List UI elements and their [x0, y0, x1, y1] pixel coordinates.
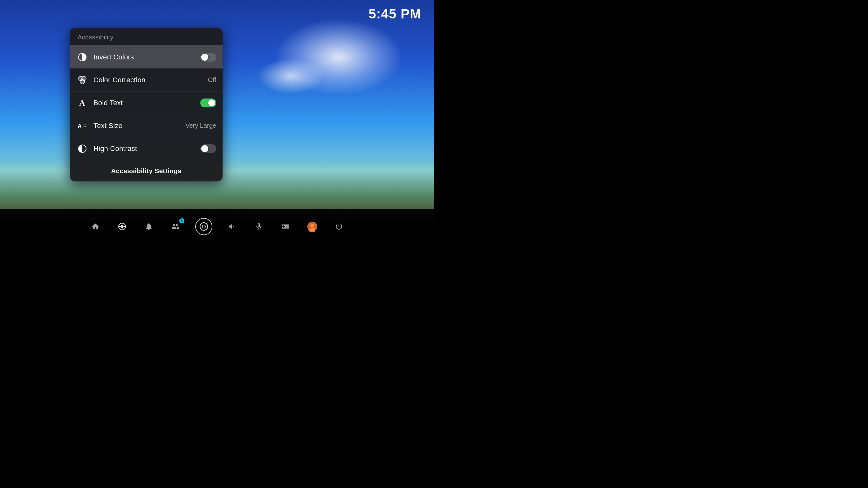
taskbar-friends[interactable]: 5: [168, 220, 183, 233]
accessibility-panel: Accessibility Invert Colors Color Correc…: [70, 28, 223, 182]
color-correction-value: Off: [208, 76, 216, 84]
panel-title: Accessibility: [70, 28, 223, 45]
clock: 5:45 PM: [369, 6, 421, 22]
bold-text-icon: A: [76, 97, 88, 109]
taskbar: 5: [0, 209, 434, 244]
high-contrast-toggle[interactable]: [200, 144, 216, 153]
svg-point-13: [121, 225, 123, 228]
taskbar-volume[interactable]: [225, 220, 239, 233]
high-contrast-item[interactable]: High Contrast: [70, 137, 223, 160]
bold-text-toggle[interactable]: [200, 98, 216, 107]
invert-colors-toggle[interactable]: [200, 53, 216, 62]
svg-point-19: [202, 225, 206, 228]
taskbar-avatar[interactable]: [305, 220, 319, 233]
color-correction-icon: [76, 74, 88, 86]
text-size-icon: A: [76, 120, 88, 132]
svg-text:A: A: [79, 98, 85, 108]
clouds: [243, 19, 402, 115]
invert-colors-label: Invert Colors: [93, 53, 200, 61]
text-size-value: Very Large: [185, 122, 216, 129]
accessibility-settings-item[interactable]: Accessibility Settings: [70, 160, 223, 182]
taskbar-mic[interactable]: [252, 220, 266, 233]
taskbar-power[interactable]: [332, 220, 346, 233]
taskbar-notifications[interactable]: [142, 220, 156, 233]
bold-text-item[interactable]: A Bold Text: [70, 91, 223, 114]
high-contrast-icon: [76, 143, 88, 155]
color-correction-item[interactable]: Color Correction Off: [70, 68, 223, 91]
bold-text-label: Bold Text: [93, 99, 200, 107]
invert-icon: [76, 51, 88, 63]
color-correction-label: Color Correction: [93, 76, 208, 84]
text-size-item[interactable]: A Text Size Very Large: [70, 114, 223, 137]
taskbar-home[interactable]: [88, 220, 102, 233]
svg-point-21: [310, 224, 314, 227]
taskbar-ps-button[interactable]: [195, 218, 212, 235]
taskbar-media[interactable]: [115, 220, 129, 233]
high-contrast-label: High Contrast: [93, 144, 200, 153]
invert-colors-item[interactable]: Invert Colors: [70, 45, 223, 68]
svg-text:A: A: [78, 123, 82, 129]
taskbar-controller[interactable]: [279, 220, 292, 233]
svg-point-18: [200, 223, 208, 230]
friends-badge: 5: [179, 218, 184, 223]
svg-point-4: [80, 79, 85, 84]
accessibility-settings-label: Accessibility Settings: [111, 167, 181, 175]
text-size-label: Text Size: [93, 122, 185, 130]
